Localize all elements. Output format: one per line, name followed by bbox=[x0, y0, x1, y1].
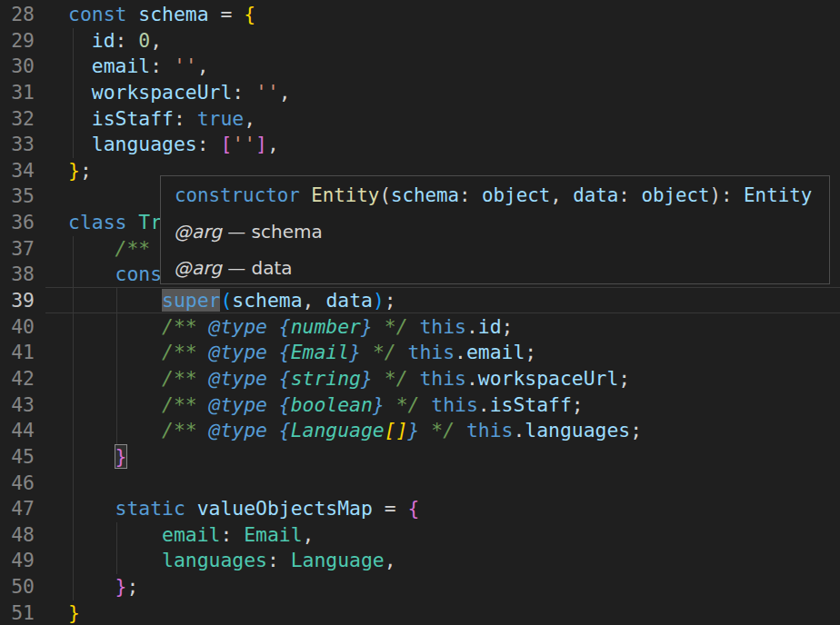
line-number[interactable]: 45 bbox=[0, 444, 35, 471]
code-token bbox=[68, 523, 162, 546]
code-line[interactable]: 48 email: Email, bbox=[0, 522, 840, 549]
code-text: /** bbox=[68, 236, 150, 263]
code-line[interactable]: 32 isStaff: true, bbox=[0, 106, 840, 133]
code-token: { bbox=[408, 497, 420, 520]
line-number[interactable]: 30 bbox=[0, 54, 35, 80]
code-line[interactable]: 41 /** @type {Email} */ this.email; bbox=[0, 340, 840, 366]
line-number[interactable]: 42 bbox=[0, 366, 35, 392]
code-token: '' bbox=[232, 133, 255, 155]
code-token: } bbox=[68, 601, 80, 624]
code-token: */ bbox=[419, 419, 466, 441]
code-token: ( bbox=[220, 289, 232, 312]
code-editor[interactable]: 28const schema = {29 id: 0,30 email: '',… bbox=[0, 0, 840, 625]
code-token: } bbox=[361, 315, 373, 338]
code-token: super bbox=[162, 289, 220, 312]
code-text: id: 0, bbox=[68, 28, 162, 55]
line-number[interactable]: 44 bbox=[0, 418, 35, 444]
code-text: isStaff: true, bbox=[68, 106, 255, 133]
line-number[interactable]: 39 bbox=[0, 288, 35, 314]
code-token: = bbox=[220, 3, 244, 25]
line-number[interactable]: 37 bbox=[0, 236, 35, 263]
code-token: { bbox=[279, 315, 291, 338]
code-token: : bbox=[721, 184, 744, 206]
code-token: email bbox=[466, 341, 525, 363]
code-token: number bbox=[291, 315, 361, 338]
line-number[interactable]: 46 bbox=[0, 471, 35, 497]
code-line[interactable]: 42 /** @type {string} */ this.workspaceU… bbox=[0, 366, 840, 392]
code-token: { bbox=[279, 393, 291, 416]
code-token: { bbox=[244, 3, 255, 25]
code-token: schema bbox=[232, 289, 302, 312]
code-token: ; bbox=[80, 159, 92, 182]
code-line[interactable]: 39 super(schema, data); bbox=[0, 288, 840, 314]
code-token: ; bbox=[126, 575, 138, 598]
code-token: this bbox=[419, 367, 466, 390]
line-number[interactable]: 49 bbox=[0, 548, 35, 574]
line-number[interactable]: 29 bbox=[0, 28, 35, 55]
line-number[interactable]: 41 bbox=[0, 340, 35, 366]
line-number[interactable]: 28 bbox=[0, 2, 35, 28]
code-line[interactable]: 40 /** @type {number} */ this.id; bbox=[0, 314, 840, 341]
code-token: { bbox=[279, 341, 291, 363]
line-number[interactable]: 51 bbox=[0, 600, 35, 625]
code-text: /** @type {Language[]} */ this.languages… bbox=[68, 418, 642, 444]
code-token: data bbox=[573, 184, 618, 206]
code-line[interactable]: 46 bbox=[0, 471, 840, 497]
code-line[interactable]: 51} bbox=[0, 600, 840, 625]
code-token: '' bbox=[174, 55, 197, 77]
code-line[interactable]: 47 static valueObjectsMap = { bbox=[0, 496, 840, 522]
code-token: this bbox=[431, 393, 478, 416]
code-token: , bbox=[279, 81, 291, 104]
code-token: , bbox=[197, 55, 209, 77]
code-token: 0 bbox=[138, 29, 150, 52]
code-token: } bbox=[408, 419, 420, 441]
code-token: */ bbox=[373, 367, 420, 390]
code-token: data bbox=[325, 289, 373, 312]
code-text: /** @type {boolean} */ this.isStaff; bbox=[68, 392, 584, 419]
line-number[interactable]: 36 bbox=[0, 210, 35, 236]
code-line[interactable]: 31 workspaceUrl: '', bbox=[0, 80, 840, 106]
code-token bbox=[68, 81, 92, 104]
code-token: Language bbox=[291, 419, 385, 441]
code-line[interactable]: 49 languages: Language, bbox=[0, 548, 840, 574]
code-line[interactable]: 45 } bbox=[0, 444, 840, 471]
code-text: /** @type {Email} */ this.email; bbox=[68, 340, 536, 366]
code-line[interactable]: 33 languages: [''], bbox=[0, 132, 840, 158]
code-token: static bbox=[115, 497, 197, 520]
code-token: valueObjectsMap bbox=[197, 497, 385, 520]
code-line[interactable]: 29 id: 0, bbox=[0, 28, 840, 55]
code-token: , bbox=[244, 107, 255, 130]
code-line[interactable]: 44 /** @type {Language[]} */ this.langua… bbox=[0, 418, 840, 444]
line-number[interactable]: 32 bbox=[0, 106, 35, 133]
line-number[interactable]: 40 bbox=[0, 314, 35, 341]
code-line[interactable]: 43 /** @type {boolean} */ this.isStaff; bbox=[0, 392, 840, 419]
code-token: @type bbox=[209, 341, 279, 363]
jsdoc-text: — data bbox=[222, 257, 293, 279]
code-token: } bbox=[373, 393, 385, 416]
line-number[interactable]: 35 bbox=[0, 184, 35, 210]
line-number[interactable]: 33 bbox=[0, 132, 35, 158]
code-token: string bbox=[291, 367, 361, 390]
code-text: class Tr bbox=[68, 210, 162, 236]
code-token: schema bbox=[391, 184, 459, 206]
code-token bbox=[68, 263, 115, 285]
code-line[interactable]: 50 }; bbox=[0, 574, 840, 600]
line-number[interactable]: 38 bbox=[0, 262, 35, 288]
code-text: /** @type {string} */ this.workspaceUrl; bbox=[68, 366, 630, 392]
code-text: /** @type {number} */ this.id; bbox=[68, 314, 513, 341]
code-token: . bbox=[466, 367, 478, 390]
code-token: isStaff bbox=[490, 393, 572, 416]
code-token: } bbox=[115, 444, 128, 469]
line-number[interactable]: 50 bbox=[0, 574, 35, 600]
line-number[interactable]: 48 bbox=[0, 522, 35, 549]
code-token: } bbox=[349, 341, 361, 363]
line-number[interactable]: 34 bbox=[0, 158, 35, 184]
line-number[interactable]: 43 bbox=[0, 392, 35, 419]
code-line[interactable]: 30 email: '', bbox=[0, 54, 840, 80]
line-number[interactable]: 47 bbox=[0, 496, 35, 522]
code-token: @type bbox=[209, 393, 279, 416]
line-number[interactable]: 31 bbox=[0, 80, 35, 106]
code-token: = bbox=[385, 497, 408, 520]
code-text: email: Email, bbox=[68, 522, 315, 549]
code-line[interactable]: 28const schema = { bbox=[0, 2, 840, 28]
